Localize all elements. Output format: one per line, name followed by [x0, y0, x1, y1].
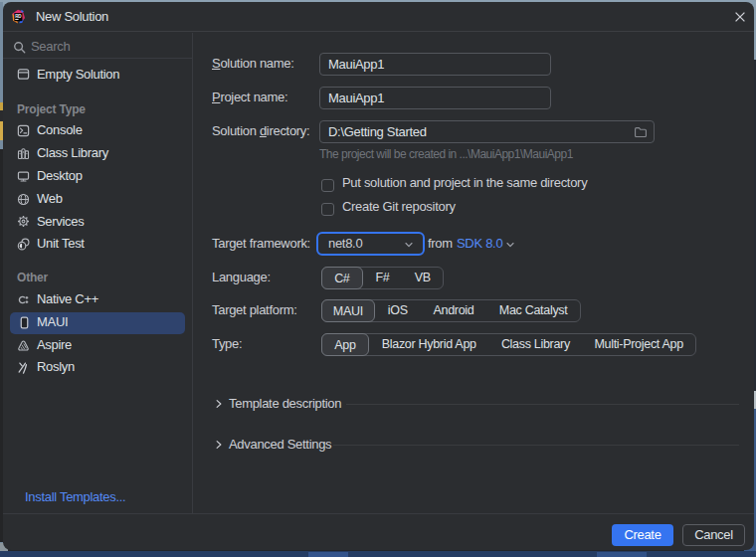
svg-text:RD: RD — [15, 14, 22, 19]
